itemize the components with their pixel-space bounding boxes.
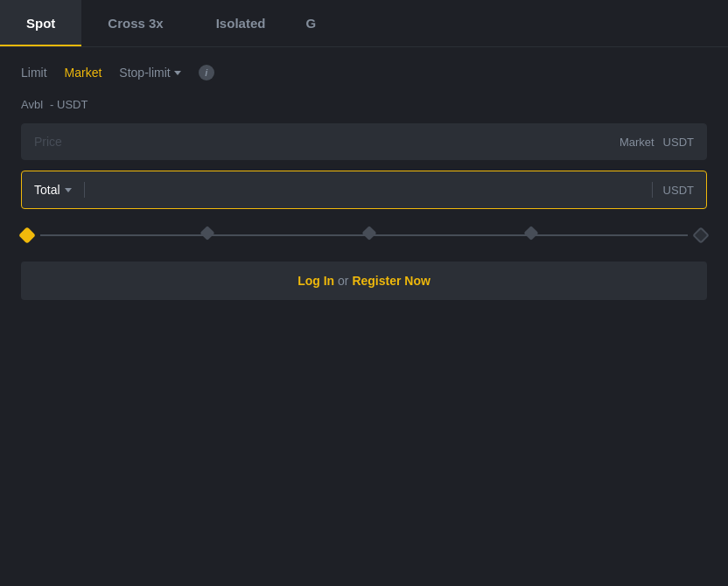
avbl-value: - USDT [50, 98, 88, 111]
market-order-button[interactable]: Market [65, 66, 102, 80]
tab-spot-label: Spot [26, 16, 55, 31]
order-section: Limit Market Stop-limit i Avbl - USDT Ma… [0, 47, 728, 317]
tab-more[interactable]: G [291, 0, 330, 46]
login-register-button[interactable]: Log In or Register Now [21, 262, 707, 300]
slider-node-75[interactable] [524, 226, 539, 241]
total-divider [84, 182, 85, 198]
amount-slider[interactable] [21, 227, 707, 244]
login-link: Log In [298, 274, 334, 288]
tab-bar: Spot Cross 3x Isolated G [0, 0, 728, 47]
total-input[interactable] [88, 183, 648, 197]
slider-bar [40, 234, 688, 236]
chevron-down-icon [174, 71, 181, 75]
price-currency-label: USDT [663, 136, 694, 149]
limit-order-button[interactable]: Limit [21, 66, 47, 80]
total-input-right: USDT [648, 182, 694, 198]
tab-isolated-label: Isolated [216, 16, 266, 31]
trading-panel: Spot Cross 3x Isolated G Limit Market St… [0, 0, 728, 586]
slider-node-50[interactable] [362, 226, 377, 241]
price-input-right: Market USDT [620, 136, 694, 149]
market-label: Market [620, 136, 654, 149]
info-icon[interactable]: i [199, 65, 214, 80]
stop-limit-label: Stop-limit [119, 66, 170, 80]
total-divider-2 [652, 182, 653, 198]
tab-cross3x-label: Cross 3x [108, 16, 163, 31]
or-text: or [338, 274, 352, 288]
slider-start-dot[interactable] [18, 227, 36, 244]
slider-bar-container[interactable] [40, 227, 688, 244]
tab-cross3x[interactable]: Cross 3x [81, 0, 189, 46]
total-chevron-down-icon [65, 188, 72, 192]
price-input[interactable] [34, 135, 620, 149]
tab-isolated[interactable]: Isolated [190, 0, 292, 46]
tab-spot[interactable]: Spot [0, 0, 81, 46]
slider-end-dot[interactable] [692, 227, 710, 244]
tab-more-label: G [305, 16, 316, 31]
total-currency-label: USDT [663, 184, 694, 197]
total-dropdown[interactable]: Total [34, 183, 72, 197]
stop-limit-order-button[interactable]: Stop-limit [119, 66, 180, 80]
price-input-group: Market USDT [21, 123, 707, 160]
order-type-selector: Limit Market Stop-limit i [21, 65, 707, 80]
slider-node-25[interactable] [200, 226, 215, 241]
available-balance-row: Avbl - USDT [21, 98, 707, 111]
register-link: Register Now [352, 274, 430, 288]
avbl-label: Avbl [21, 98, 43, 111]
total-input-group: Total USDT [21, 171, 707, 209]
total-dropdown-label: Total [34, 183, 60, 197]
